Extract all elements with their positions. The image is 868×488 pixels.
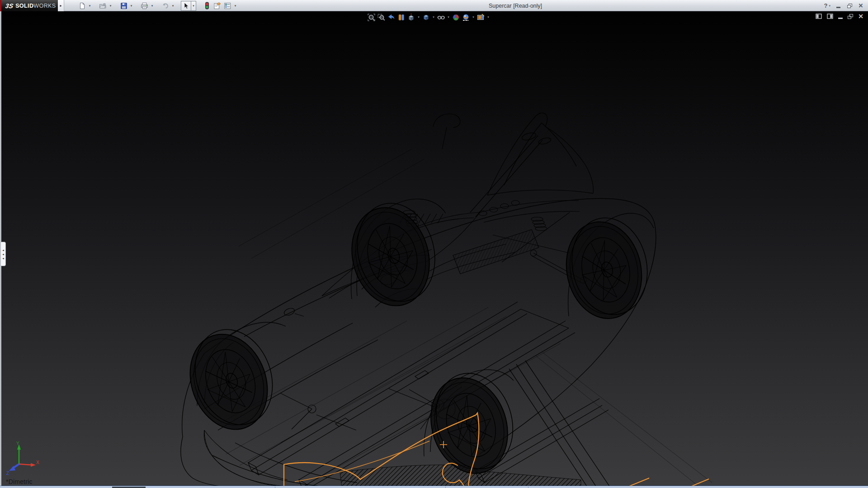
previous-view-button[interactable] [387, 13, 396, 22]
section-view-button[interactable] [397, 13, 406, 22]
display-style-button[interactable] [422, 13, 430, 22]
undo-button[interactable] [160, 1, 170, 11]
open-folder-icon [99, 2, 107, 9]
reference-triad: Y X Z [5, 440, 41, 476]
collapse-arrow-icon: ◂ [2, 249, 4, 252]
feature-panel-collapse-tab[interactable]: ◂ ◂ ◂ [1, 242, 6, 266]
titlebar-controls: ? ▾ ✕ [824, 0, 864, 11]
brand-works: WORKS [33, 3, 56, 9]
view-settings-dropdown[interactable]: ▾ [486, 15, 490, 19]
document-restore-button[interactable] [848, 14, 853, 19]
view-orientation-cube-icon [407, 14, 415, 21]
new-document-icon [79, 2, 86, 9]
menu-bar: 3S SOLID WORKS ▸ ▾ ▾ [0, 0, 868, 11]
expand-arrow-icon: ▸ [60, 4, 61, 8]
new-document-button[interactable] [77, 1, 87, 11]
app-restore-button[interactable] [846, 3, 853, 9]
hide-show-items-button[interactable] [437, 13, 445, 22]
window-title: Supercar [Read-only] [489, 0, 542, 11]
view-orientation-label: *Dimetric [6, 478, 33, 485]
display-style-cube-icon [422, 14, 430, 21]
previous-view-icon [387, 14, 395, 21]
restore-icon [847, 4, 852, 8]
print-button[interactable] [139, 1, 150, 11]
help-button[interactable]: ? ▾ [824, 2, 830, 9]
pane-left-icon [816, 14, 822, 19]
new-document-dropdown[interactable]: ▾ [87, 1, 92, 11]
display-style-dropdown[interactable]: ▾ [432, 15, 435, 19]
model-wireframe-scene[interactable] [0, 11, 868, 486]
open-button[interactable] [98, 1, 108, 11]
help-icon: ? [824, 2, 828, 9]
printer-icon [141, 2, 148, 9]
view-settings-icon [477, 14, 485, 21]
triad-x-label: X [36, 460, 39, 465]
file-properties-icon [213, 2, 221, 9]
pane-right-icon [827, 14, 833, 19]
document-window-controls: ✕ [816, 13, 863, 19]
zoom-to-area-button[interactable] [377, 13, 386, 22]
app-minimize-button[interactable] [835, 3, 842, 9]
traffic-light-icon [205, 2, 209, 9]
zoom-to-fit-icon [368, 14, 375, 21]
edit-appearance-button[interactable] [452, 13, 460, 22]
collapse-arrow-icon: ◂ [2, 257, 4, 260]
apply-scene-icon [462, 14, 470, 21]
brand-solid: SOLID [15, 3, 33, 9]
pane-left-button[interactable] [816, 14, 822, 19]
pane-right-button[interactable] [827, 14, 833, 19]
save-button[interactable] [118, 1, 129, 11]
options-dropdown[interactable]: ▾ [233, 1, 238, 11]
view-settings-button[interactable] [476, 13, 485, 22]
triad-z-label: Z [6, 471, 9, 476]
section-view-icon [397, 14, 405, 21]
options-checklist-icon [224, 2, 231, 9]
minimize-icon [838, 18, 843, 19]
print-dropdown[interactable]: ▾ [150, 1, 155, 11]
document-close-button[interactable]: ✕ [858, 13, 863, 19]
select-cursor-icon [183, 2, 189, 9]
graphics-viewport[interactable]: ◂ ◂ ◂ [0, 11, 868, 486]
solidworks-logo: 3S SOLID WORKS [0, 0, 58, 11]
save-dropdown[interactable]: ▾ [129, 1, 134, 11]
hide-show-items-dropdown[interactable]: ▾ [447, 15, 450, 19]
collapse-arrow-icon: ◂ [2, 253, 4, 256]
dassault-logo-mark: 3S [5, 2, 14, 9]
apply-scene-button[interactable] [462, 13, 470, 22]
select-tool-button[interactable] [181, 1, 191, 11]
undo-arrow-icon [161, 2, 169, 9]
view-orientation-button[interactable] [407, 13, 415, 22]
restore-icon [848, 14, 853, 19]
minimize-icon [836, 7, 840, 8]
select-tool-dropdown[interactable]: ▾ [191, 1, 196, 11]
open-dropdown[interactable]: ▾ [108, 1, 113, 11]
undo-dropdown[interactable]: ▾ [170, 1, 175, 11]
heads-up-view-toolbar: ▾ ▾ ▾ [367, 12, 490, 22]
windows-taskbar-edge[interactable] [0, 486, 868, 488]
options-button[interactable] [222, 1, 233, 11]
standard-toolbar: ▾ ▾ ▾ [77, 0, 238, 11]
menu-expand-button[interactable]: ▸ [58, 0, 64, 11]
apply-scene-dropdown[interactable]: ▾ [472, 15, 475, 19]
help-dropdown-icon: ▾ [829, 4, 830, 8]
view-orientation-dropdown[interactable]: ▾ [417, 15, 420, 19]
zoom-to-fit-button[interactable] [367, 13, 376, 22]
app-close-button[interactable]: ✕ [857, 3, 864, 9]
edit-appearance-sphere-icon [452, 14, 460, 21]
eyeglasses-icon [437, 14, 445, 21]
rebuild-button[interactable] [202, 1, 212, 11]
document-minimize-button[interactable] [838, 14, 843, 19]
file-properties-button[interactable] [212, 1, 222, 11]
save-floppy-icon [120, 2, 127, 9]
zoom-to-area-icon [377, 14, 385, 21]
